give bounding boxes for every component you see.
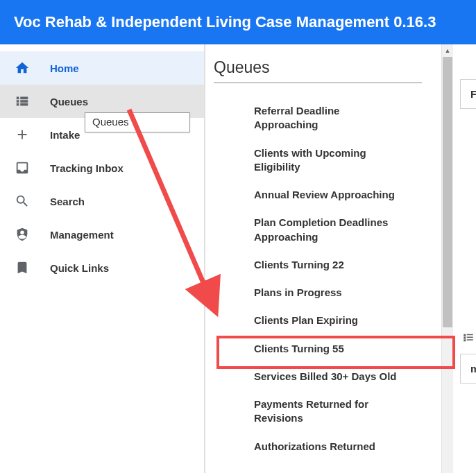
shield-icon	[14, 226, 31, 243]
queue-item-upcoming-eligibility[interactable]: Clients with Upcoming Eligibility	[214, 139, 408, 182]
list-icon	[14, 93, 31, 110]
sidebar-item-label: Home	[50, 62, 79, 74]
scroll-up-icon: ▲	[442, 46, 453, 55]
search-icon	[14, 193, 31, 209]
sidebar-item-management[interactable]: Management	[0, 218, 204, 251]
sidebar-item-label: Quick Links	[50, 262, 109, 274]
queue-item-auth-returned[interactable]: Authorizations Returned	[214, 433, 408, 461]
vertical-scrollbar[interactable]: ▲	[441, 44, 453, 473]
submenu-title: Queues	[214, 58, 422, 83]
queue-item-plan-expiring[interactable]: Clients Plan Expiring	[214, 307, 408, 334]
sidebar-item-home[interactable]: Home	[0, 51, 204, 85]
queue-item-turning-55[interactable]: Clients Turning 55	[214, 335, 408, 363]
queue-item-plans-progress[interactable]: Plans in Progress	[214, 279, 408, 307]
sidebar-item-queues[interactable]: Queues Queues	[0, 85, 204, 118]
queue-item-services-billed[interactable]: Services Billed 30+ Days Old	[214, 363, 408, 390]
sidebar-item-label: Queues	[50, 96, 88, 108]
queue-item-plan-deadlines[interactable]: Plan Completion Deadlines Approaching	[214, 209, 408, 251]
home-icon	[14, 60, 31, 76]
queues-submenu: Queues Referral Deadline Approaching Cli…	[205, 44, 441, 473]
plus-icon	[14, 126, 31, 143]
table-header-name[interactable]: me	[460, 354, 476, 384]
tooltip-queues: Queues	[85, 112, 190, 132]
sidebar-item-tracking-inbox[interactable]: Tracking Inbox	[0, 151, 204, 184]
sidebar-item-label: Management	[50, 229, 114, 241]
app-title: Voc Rehab & Independent Living Case Mana…	[14, 13, 436, 31]
table-header-fiscal[interactable]: Fisca	[460, 79, 476, 109]
sidebar: Home Queues Queues Intake Tracking Inbox	[0, 44, 205, 473]
queue-item-referral-deadline[interactable]: Referral Deadline Approaching	[214, 97, 408, 139]
inbox-icon	[14, 160, 31, 176]
bookmark-icon	[14, 259, 31, 276]
app-header: Voc Rehab & Independent Living Case Mana…	[0, 0, 476, 44]
view-columns-icon[interactable]	[462, 332, 475, 344]
queue-item-annual-review[interactable]: Annual Review Approaching	[214, 181, 408, 209]
content-column: Fisca me	[453, 44, 476, 473]
main-layout: Home Queues Queues Intake Tracking Inbox	[0, 44, 476, 473]
queue-item-turning-22[interactable]: Clients Turning 22	[214, 251, 408, 279]
sidebar-item-search[interactable]: Search	[0, 184, 204, 218]
sidebar-item-label: Tracking Inbox	[50, 162, 124, 174]
sidebar-item-quick-links[interactable]: Quick Links	[0, 251, 204, 284]
sidebar-item-label: Intake	[50, 129, 80, 141]
scrollbar-thumb[interactable]	[443, 57, 452, 327]
queue-item-payments-returned[interactable]: Payments Returned for Revisions	[214, 390, 408, 433]
sidebar-item-label: Search	[50, 196, 85, 207]
